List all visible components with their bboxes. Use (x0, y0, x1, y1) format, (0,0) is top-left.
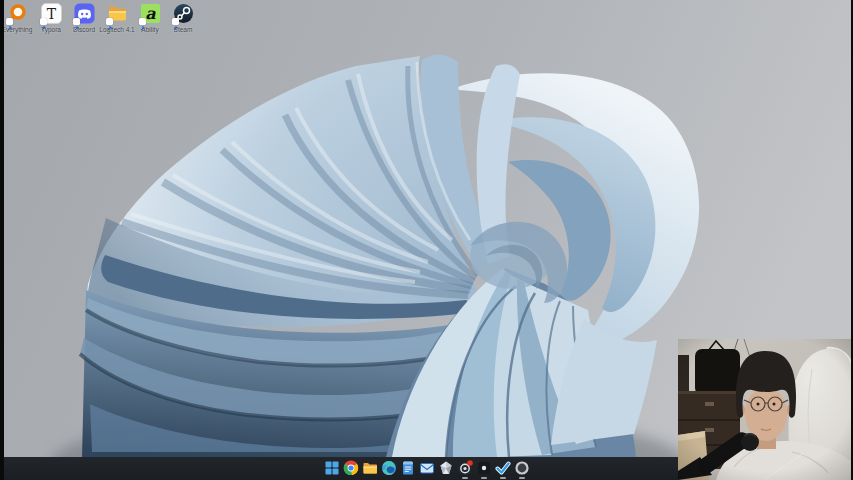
svg-text:T: T (46, 6, 56, 22)
running-indicator (500, 477, 506, 479)
start-button[interactable] (324, 460, 340, 476)
shortcut-arrow-icon (172, 18, 179, 25)
running-indicator (462, 477, 468, 479)
desktop-icon-folder[interactable]: Logitech 4.1 (99, 3, 135, 34)
shortcut-arrow-icon (6, 18, 13, 25)
desktop-icon-label: Steam (165, 26, 201, 34)
letterbox-left (0, 0, 4, 480)
desktop-icon-ability[interactable]: a Ability (132, 3, 168, 34)
obs-recording-icon[interactable] (457, 460, 473, 476)
chrome-icon[interactable] (343, 460, 359, 476)
gem-icon[interactable] (438, 460, 454, 476)
steam-icon (173, 3, 194, 24)
svg-text:a: a (145, 4, 156, 23)
mail-icon[interactable] (419, 460, 435, 476)
todo-check-icon[interactable] (495, 460, 511, 476)
desktop-icon-label: Logitech 4.1 (99, 26, 135, 34)
shortcut-arrow-icon (40, 18, 47, 25)
ability-icon: a (140, 3, 161, 24)
everything-icon (7, 3, 28, 24)
running-indicator (481, 477, 487, 479)
settings-ring-icon[interactable] (514, 460, 530, 476)
desktop-icon-label: Typora (33, 26, 69, 34)
desktop-icon-steam[interactable]: Steam (165, 3, 201, 34)
webcam-overlay (678, 339, 853, 480)
running-indicator (519, 477, 525, 479)
discord-icon (74, 3, 95, 24)
dark-app-icon[interactable] (476, 460, 492, 476)
desktop-icon-everything[interactable]: Everything (0, 3, 35, 34)
desktop-screen: Everything T Typora Discord Logitech 4.1… (0, 0, 853, 480)
shortcut-arrow-icon (73, 18, 80, 25)
file-explorer-icon[interactable] (362, 460, 378, 476)
folder-icon (107, 3, 128, 24)
shortcut-arrow-icon (106, 18, 113, 25)
desktop-icon-label: Discord (66, 26, 102, 34)
desktop-icon-discord[interactable]: Discord (66, 3, 102, 34)
typora-icon: T (41, 3, 62, 24)
shortcut-arrow-icon (139, 18, 146, 25)
webcam-vignette (678, 339, 853, 480)
edge-icon[interactable] (381, 460, 397, 476)
notepad-icon[interactable] (400, 460, 416, 476)
desktop-icon-label: Ability (132, 26, 168, 34)
desktop-icon-typora[interactable]: T Typora (33, 3, 69, 34)
